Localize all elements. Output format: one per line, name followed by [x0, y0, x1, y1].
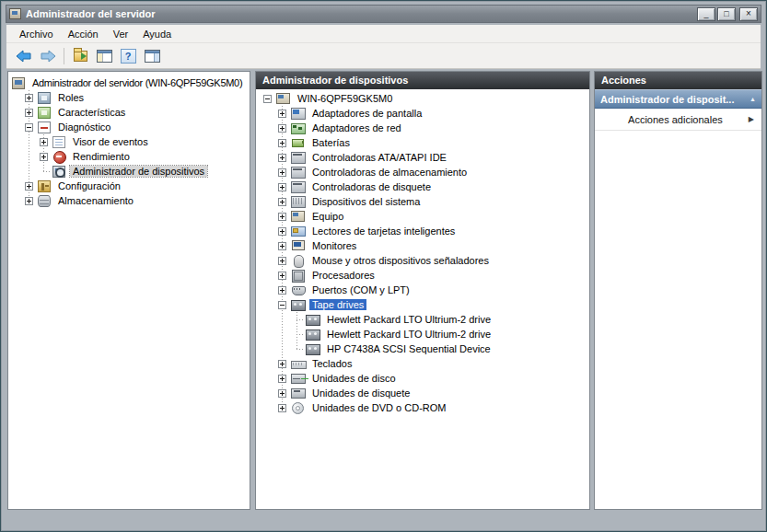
show-console-tree-button[interactable] — [92, 45, 116, 67]
tree-item-keyboards[interactable]: Teclados — [256, 356, 589, 371]
expand-icon[interactable] — [278, 168, 286, 177]
actions-section-header[interactable]: Administrador de disposit... ▲ — [595, 89, 761, 109]
system-device-icon — [291, 196, 306, 207]
action-pane-icon — [145, 50, 160, 63]
tree-item-label: Administrador del servidor (WIN-6QPF59GK… — [29, 77, 245, 88]
tree-item-label: Controladoras de almacenamiento — [309, 167, 470, 178]
tree-item-storage-controllers[interactable]: Controladoras de almacenamiento — [256, 165, 589, 179]
menu-item-archivo[interactable]: Archivo — [12, 27, 61, 41]
menu-item-accion[interactable]: Acción — [61, 27, 106, 41]
expand-icon[interactable] — [278, 124, 286, 133]
tree-item-tape-drive-3[interactable]: HP C7438A SCSI Sequential Device — [256, 341, 589, 356]
chevron-up-icon[interactable]: ▲ — [750, 96, 756, 102]
tree-item-network-adapters[interactable]: Adaptadores de red — [256, 121, 589, 135]
menu-item-ayuda[interactable]: Ayuda — [135, 27, 179, 41]
tree-item-ide-controllers[interactable]: Controladoras ATA/ATAPI IDE — [256, 150, 589, 165]
tree-item-tape-drives[interactable]: Tape drives — [256, 297, 589, 312]
tree-item-label: Mouse y otros dispositivos señaladores — [309, 255, 492, 266]
device-tree: WIN-6QPF59GK5M0 Adaptadores de pantalla … — [256, 89, 589, 415]
expand-icon[interactable] — [278, 198, 286, 206]
expand-icon[interactable] — [278, 139, 286, 147]
monitor-icon — [291, 240, 306, 251]
forward-arrow-icon — [40, 50, 56, 63]
menu-item-ver[interactable]: Ver — [106, 27, 136, 41]
configuration-icon — [38, 180, 51, 192]
tree-item-dvd-drives[interactable]: Unidades de DVD o CD-ROM — [256, 400, 589, 415]
tape-drive-icon — [291, 299, 306, 310]
expand-icon[interactable] — [278, 213, 286, 221]
tree-item-system-devices[interactable]: Dispositivos del sistema — [256, 194, 589, 209]
tree-item-label: WIN-6QPF59GK5M0 — [295, 93, 395, 104]
tree-item-storage[interactable]: Almacenamiento — [8, 193, 250, 208]
tree-item-floppy-drives[interactable]: Unidades de disquete — [256, 386, 589, 400]
expand-icon[interactable] — [40, 153, 48, 161]
collapse-icon[interactable] — [278, 301, 286, 309]
tree-item-processors[interactable]: Procesadores — [256, 268, 589, 283]
expand-icon[interactable] — [278, 110, 286, 118]
expand-icon[interactable] — [278, 389, 286, 398]
tree-item-label: Diagnóstico — [55, 121, 113, 133]
tree-item-tape-drive-2[interactable]: Hewlett Packard LTO Ultrium-2 drive — [256, 327, 589, 341]
tree-item-label: Adaptadores de pantalla — [309, 108, 424, 119]
minimize-button[interactable]: _ — [697, 7, 715, 21]
tree-item-floppy-controllers[interactable]: Controladoras de disquete — [256, 179, 589, 194]
tree-item-mice[interactable]: Mouse y otros dispositivos señaladores — [256, 253, 589, 268]
tree-item-ports[interactable]: Puertos (COM y LPT) — [256, 283, 589, 297]
expand-icon[interactable] — [278, 375, 286, 383]
computer-icon — [276, 93, 291, 104]
display-adapter-icon — [291, 108, 306, 119]
expand-icon[interactable] — [40, 138, 48, 146]
collapse-icon[interactable] — [263, 95, 272, 103]
help-button[interactable]: ? — [116, 45, 140, 67]
expand-icon[interactable] — [278, 242, 286, 250]
title-bar[interactable]: Administrador del servidor _ □ × — [6, 5, 761, 23]
expand-icon[interactable] — [25, 109, 33, 117]
expand-icon[interactable] — [278, 183, 286, 191]
toolbar: ? — [6, 43, 761, 69]
tree-item-event-viewer[interactable]: Visor de eventos — [8, 134, 250, 149]
expand-icon[interactable] — [278, 154, 286, 162]
expand-icon[interactable] — [278, 404, 286, 412]
back-button[interactable] — [12, 45, 36, 67]
expand-icon[interactable] — [25, 197, 33, 205]
expand-icon[interactable] — [278, 360, 286, 368]
expand-icon[interactable] — [278, 272, 286, 280]
tree-item-label: Unidades de DVD o CD-ROM — [309, 402, 449, 413]
tree-item-roles[interactable]: Roles — [8, 90, 250, 105]
expand-icon[interactable] — [278, 227, 286, 236]
close-button[interactable]: × — [739, 7, 758, 21]
expand-icon[interactable] — [25, 182, 33, 191]
tree-item-features[interactable]: Características — [8, 105, 250, 120]
maximize-button[interactable]: □ — [717, 7, 736, 21]
expand-icon[interactable] — [25, 94, 33, 102]
collapse-icon[interactable] — [25, 123, 33, 132]
forward-button[interactable] — [36, 45, 60, 67]
more-actions-item[interactable]: Acciones adicionales ▶ — [595, 109, 761, 131]
tree-item-label: Puertos (COM y LPT) — [309, 284, 413, 295]
disk-drive-icon — [291, 373, 306, 384]
tree-item-computer-root[interactable]: WIN-6QPF59GK5M0 — [256, 91, 589, 106]
tree-item-batteries[interactable]: Baterías — [256, 135, 589, 150]
expand-icon[interactable] — [278, 286, 286, 295]
tree-item-computer[interactable]: Equipo — [256, 209, 589, 224]
tree-item-performance[interactable]: Rendimiento — [8, 149, 250, 164]
tree-item-label: Configuración — [55, 180, 123, 191]
tree-item-diagnostics[interactable]: Diagnóstico — [8, 120, 250, 134]
tree-item-configuration[interactable]: Configuración — [8, 179, 250, 193]
expand-icon[interactable] — [278, 257, 286, 265]
tree-item-smart-card-readers[interactable]: Lectores de tarjetas inteligentes — [256, 224, 589, 238]
device-manager-icon — [52, 166, 65, 178]
tree-item-display-adapters[interactable]: Adaptadores de pantalla — [256, 106, 589, 121]
console-tree-icon — [97, 50, 112, 63]
help-icon: ? — [121, 49, 136, 64]
tree-item-device-manager[interactable]: Administrador de dispositivos — [8, 164, 250, 179]
tree-item-disk-drives[interactable]: Unidades de disco — [256, 371, 589, 386]
event-viewer-icon — [52, 136, 65, 148]
show-action-pane-button[interactable] — [140, 45, 164, 67]
keyboard-icon — [291, 358, 306, 369]
export-list-button[interactable] — [68, 45, 92, 67]
device-tree-pane: Administrador de dispositivos WIN-6QPF59… — [255, 71, 590, 510]
tree-item-tape-drive-1[interactable]: Hewlett Packard LTO Ultrium-2 drive — [256, 312, 589, 327]
tree-item-server-manager-root[interactable]: Administrador del servidor (WIN-6QPF59GK… — [8, 75, 250, 90]
tree-item-monitors[interactable]: Monitores — [256, 238, 589, 253]
